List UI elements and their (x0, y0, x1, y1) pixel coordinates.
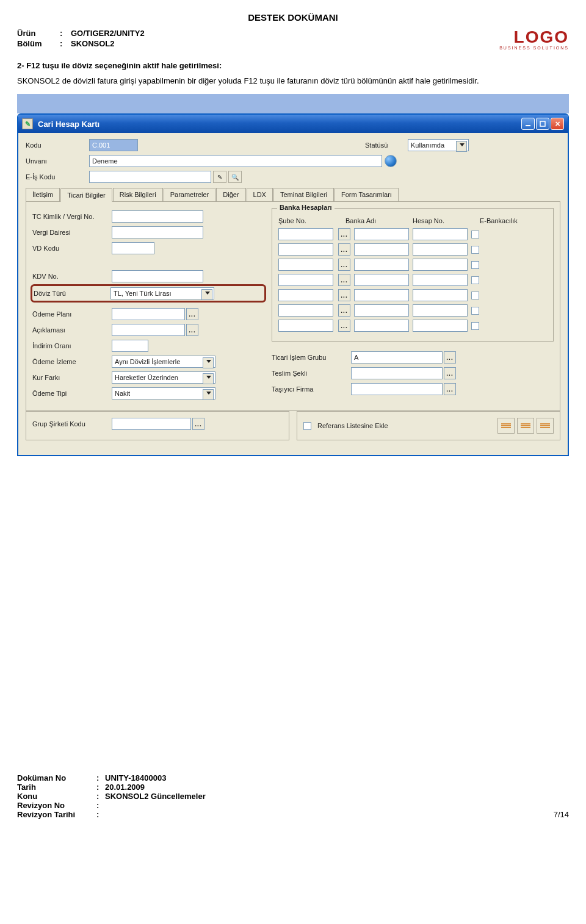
referans-checkbox[interactable] (303, 422, 311, 430)
tab-teminat-bilgileri[interactable]: Teminat Bilgileri (273, 188, 334, 201)
doviz-select[interactable]: TL, Yeni Türk Lirası (110, 287, 214, 299)
list-icon-3[interactable] (537, 418, 554, 434)
bank-adi-input[interactable] (354, 304, 409, 317)
tab-ldx[interactable]: LDX (247, 188, 273, 201)
dokno-value: UNITY-18400003 (105, 773, 166, 783)
tc-label: TC Kimlik / Vergi No. (32, 213, 112, 220)
bank-ebank-checkbox[interactable] (471, 322, 479, 330)
bank-hesap-input[interactable] (413, 274, 468, 286)
aciklamasi-lookup-button[interactable]: ... (186, 324, 198, 336)
bank-sube-input[interactable] (278, 320, 333, 332)
logo: LOGO BUSINESS SOLUTIONS (499, 29, 569, 50)
tab-ticari-bilgiler[interactable]: Ticari Bilgiler (60, 188, 112, 202)
tab-risk-bilgileri[interactable]: Risk Bilgileri (113, 188, 163, 201)
indirim-label: İndirim Oranı (32, 342, 112, 349)
tab-form-tasarim[interactable]: Form Tasarımları (335, 188, 399, 201)
grup-input[interactable] (112, 418, 191, 430)
globe-icon[interactable] (385, 155, 397, 167)
bank-row: ... (278, 304, 547, 317)
indirim-input[interactable] (112, 340, 148, 352)
eis-action2-icon[interactable]: 🔍 (228, 171, 242, 183)
grup-lookup[interactable]: ... (192, 418, 204, 430)
bank-hesap-input[interactable] (413, 289, 468, 301)
bank-sube-lookup[interactable]: ... (338, 243, 350, 256)
bank-ebank-checkbox[interactable] (471, 246, 479, 254)
odemetipi-select[interactable]: Nakit (112, 387, 215, 399)
bank-sube-lookup[interactable]: ... (338, 320, 350, 332)
bank-adi-input[interactable] (354, 320, 409, 332)
bank-adi-input[interactable] (354, 289, 409, 301)
unvani-input[interactable]: Deneme (89, 155, 382, 167)
bank-sube-lookup[interactable]: ... (338, 289, 350, 301)
tarih-label: Tarih (17, 783, 96, 792)
bank-ebank-checkbox[interactable] (471, 307, 479, 315)
kurfarki-label: Kur Farkı (32, 374, 112, 381)
list-icon-1[interactable] (497, 418, 515, 434)
tab-diger[interactable]: Diğer (216, 188, 245, 201)
vdkodu-input[interactable] (112, 242, 154, 254)
bank-hesap-input[interactable] (413, 304, 468, 317)
bank-sube-input[interactable] (278, 304, 333, 317)
bank-hesap-input[interactable] (413, 243, 468, 256)
eis-label: E-İş Kodu (26, 173, 89, 181)
eis-input[interactable] (89, 171, 211, 183)
tab-iletisim[interactable]: İletişim (26, 188, 60, 201)
footer-left: Doküman No : UNITY-18400003 Tarih : 20.0… (17, 773, 206, 819)
bank-adi-input[interactable] (354, 259, 409, 271)
eis-action1-icon[interactable]: ✎ (213, 171, 226, 183)
bank-sube-lookup[interactable]: ... (338, 228, 350, 240)
bank-adi-input[interactable] (354, 228, 409, 240)
maximize-button[interactable] (536, 118, 549, 130)
bank-ebank-checkbox[interactable] (471, 292, 479, 299)
bolum-value: SKONSOL2 (71, 39, 115, 48)
bank-sube-lookup[interactable]: ... (338, 304, 350, 317)
teslim-input[interactable] (351, 367, 443, 379)
bank-hesap-input[interactable] (413, 320, 468, 332)
parent-window-strip (17, 94, 569, 113)
banka-group-title: Banka Hesapları (277, 204, 335, 211)
bank-sube-lookup[interactable]: ... (338, 274, 350, 286)
bank-row: ... (278, 259, 547, 271)
close-button[interactable]: ✕ (551, 118, 564, 130)
bank-sube-input[interactable] (278, 228, 333, 240)
odemeplani-input[interactable] (112, 308, 185, 320)
bank-sube-input[interactable] (278, 274, 333, 286)
bank-hesap-input[interactable] (413, 228, 468, 240)
bank-sube-lookup[interactable]: ... (338, 259, 350, 271)
tasiyici-lookup[interactable]: ... (444, 383, 456, 395)
tc-input[interactable] (112, 210, 203, 223)
aciklamasi-input[interactable] (112, 324, 185, 336)
statusu-select[interactable]: Kullanımda (408, 139, 469, 151)
kdvno-input[interactable] (112, 270, 203, 282)
colon: : (60, 39, 71, 48)
minimize-button[interactable] (521, 118, 535, 130)
kodu-label: Kodu (26, 141, 89, 149)
kodu-input[interactable]: C.001 (89, 139, 138, 151)
odemeplani-label: Ödeme Planı (32, 310, 112, 318)
kurfarki-select[interactable]: Hareketler Üzerinden (112, 371, 215, 384)
teslim-lookup[interactable]: ... (444, 367, 456, 379)
bank-ebank-checkbox[interactable] (471, 231, 479, 238)
ticariislem-lookup[interactable]: ... (444, 351, 456, 364)
odemeplani-lookup-button[interactable]: ... (186, 308, 198, 320)
bank-sube-input[interactable] (278, 259, 333, 271)
tarih-value: 20.01.2009 (105, 783, 145, 792)
titlebar[interactable]: ✎ Cari Hesap Kartı ✕ (18, 115, 568, 133)
window-app-icon: ✎ (22, 118, 33, 129)
bank-adi-input[interactable] (354, 274, 409, 286)
bank-ebank-checkbox[interactable] (471, 276, 479, 284)
bank-ebank-checkbox[interactable] (471, 261, 479, 269)
vdairesi-input[interactable] (112, 226, 203, 238)
bank-sube-input[interactable] (278, 289, 333, 301)
ticariislem-input[interactable]: A (351, 351, 443, 364)
bank-sube-input[interactable] (278, 243, 333, 256)
logo-text: LOGO (499, 29, 569, 46)
tasiyici-input[interactable] (351, 383, 443, 395)
ticariislem-label: Ticari İşlem Grubu (272, 354, 351, 361)
list-icon-2[interactable] (517, 418, 534, 434)
odemeizleme-select[interactable]: Aynı Dövizli İşlemlerle (112, 356, 215, 368)
tab-parametreler[interactable]: Parametreler (164, 188, 216, 201)
referans-label: Referans Listesine Ekle (317, 422, 388, 429)
bank-hesap-input[interactable] (413, 259, 468, 271)
bank-adi-input[interactable] (354, 243, 409, 256)
